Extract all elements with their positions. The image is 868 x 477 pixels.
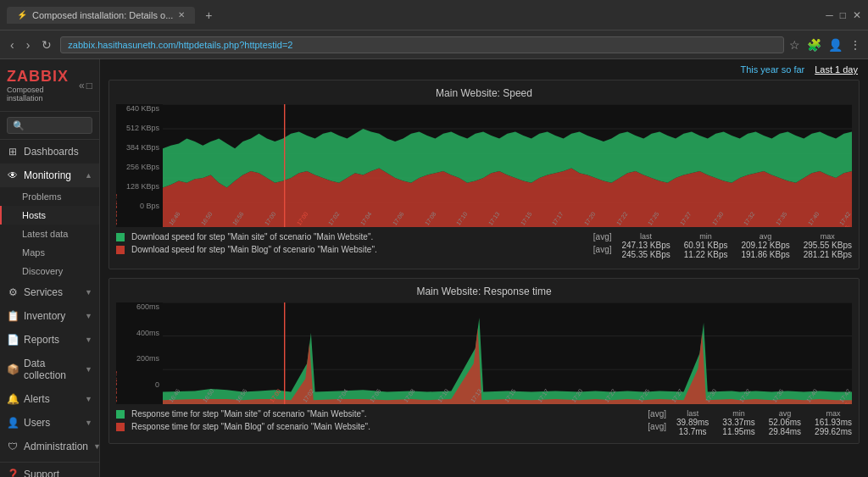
- speed-legend-label-2: Download speed for step "Main Blog" of s…: [131, 245, 587, 254]
- response-y-labels: 600ms 400ms 200ms 0: [116, 302, 163, 389]
- reload-button[interactable]: ↻: [38, 36, 55, 53]
- bookmark-icon[interactable]: ☆: [789, 38, 800, 52]
- chevron-down-icon: ▼: [85, 365, 92, 374]
- right-date: 05-29 17:42: [844, 225, 850, 227]
- tab-favicon: ⚡: [17, 10, 27, 19]
- sidebar-item-latest-data[interactable]: Latest data: [0, 225, 99, 243]
- sidebar-item-label: Data collection: [24, 358, 80, 381]
- resp-stat-header-max: max: [815, 409, 852, 418]
- chevron-down-icon: ▼: [93, 442, 100, 451]
- pin-sidebar-icon[interactable]: □: [86, 80, 92, 92]
- forward-button[interactable]: ›: [23, 36, 34, 53]
- speed-legend-color-1: [116, 233, 125, 241]
- sidebar-item-label: Support: [24, 469, 92, 477]
- search-input[interactable]: [7, 117, 92, 134]
- monitoring-icon: 👁: [7, 169, 19, 181]
- speed-min-1: 60.91 KBps: [684, 241, 728, 250]
- response-chart-area: 600ms 400ms 200ms 0: [116, 302, 852, 404]
- collapse-sidebar-icon[interactable]: «: [79, 80, 85, 92]
- nav-bar: ‹ › ↻ zabbix.hasithasuneth.com/httpdetai…: [0, 31, 868, 59]
- sidebar-item-alerts[interactable]: 🔔 Alerts ▼: [0, 387, 99, 411]
- dashboards-icon: ⊞: [7, 146, 19, 158]
- time-filters: This year so far Last 1 day: [100, 59, 868, 80]
- stat-header-avg: avg: [741, 232, 789, 241]
- url-bar[interactable]: zabbix.hasithasuneth.com/httpdetails.php…: [60, 36, 784, 53]
- menu-icon[interactable]: ⋮: [849, 38, 861, 52]
- close-window-icon[interactable]: ✕: [853, 9, 861, 21]
- response-chart-legend: Response time for step "Main site" of sc…: [116, 409, 852, 436]
- sidebar-item-inventory[interactable]: 📋 Inventory ▼: [0, 304, 99, 328]
- speed-max-2: 281.21 KBps: [804, 250, 852, 259]
- resp-max-2: 299.62ms: [815, 427, 852, 436]
- sidebar-item-services[interactable]: ⚙ Services ▼: [0, 280, 99, 304]
- sidebar-item-label: Administration: [24, 441, 88, 452]
- sidebar-logo: ZABBIX Composed installation « □: [0, 59, 99, 112]
- speed-chart-section: Main Website: Speed 640 KBps 512 KBps 38…: [108, 80, 860, 269]
- response-x-labels: 16:46 16:50 16:56 17:00 17:02 17:04 17:0…: [163, 389, 852, 404]
- sidebar-item-label: Reports: [24, 334, 80, 346]
- resp-min-1: 33.37ms: [722, 418, 754, 427]
- speed-last-2: 245.35 KBps: [621, 250, 670, 259]
- left-date-response: 05-29 16:46: [116, 371, 118, 402]
- response-legend-row-2: Response time for step "Main Blog" of sc…: [116, 422, 666, 431]
- chevron-down-icon: ▼: [85, 419, 92, 427]
- resp-last-1: 39.89ms: [676, 418, 709, 427]
- response-legend-color-1: [116, 410, 125, 419]
- profile-icon[interactable]: 👤: [828, 38, 843, 52]
- close-tab-icon[interactable]: ✕: [178, 10, 185, 19]
- sidebar-item-hosts[interactable]: Hosts: [0, 206, 99, 225]
- sidebar-item-dashboards[interactable]: ⊞ Dashboards: [0, 140, 99, 164]
- resp-last-2: 13.7ms: [676, 427, 709, 436]
- speed-avg-label-2: [avg]: [593, 245, 612, 254]
- sidebar-item-support[interactable]: ❓ Support: [0, 463, 99, 477]
- sidebar-item-data-collection[interactable]: 📦 Data collection ▼: [0, 352, 99, 387]
- browser-tab[interactable]: ⚡ Composed installation: Details o... ✕: [7, 7, 195, 24]
- sidebar-item-problems[interactable]: Problems: [0, 187, 99, 206]
- chevron-down-icon: ▼: [85, 395, 92, 403]
- speed-legend-color-2: [116, 246, 125, 254]
- sidebar-item-label: Inventory: [24, 310, 80, 322]
- sidebar-item-reports[interactable]: 📄 Reports ▼: [0, 328, 99, 352]
- response-avg-label-1: [avg]: [648, 409, 666, 419]
- speed-chart-area: 640 KBps 512 KBps 384 KBps 256 KBps 128 …: [116, 104, 852, 227]
- sidebar-item-monitoring[interactable]: 👁 Monitoring ▲: [0, 164, 99, 187]
- last-1-day-filter[interactable]: Last 1 day: [815, 64, 858, 75]
- resp-avg-2: 29.84ms: [769, 427, 801, 436]
- response-chart-section: Main Website: Response time 600ms 400ms …: [108, 278, 860, 444]
- extensions-icon[interactable]: 🧩: [807, 38, 821, 52]
- resp-stat-header-avg: avg: [769, 409, 801, 418]
- chevron-down-icon: ▼: [85, 336, 92, 344]
- stat-header-max: max: [804, 232, 852, 241]
- back-button[interactable]: ‹: [7, 36, 18, 53]
- administration-icon: 🛡: [7, 441, 19, 452]
- resp-avg-1: 52.06ms: [769, 418, 801, 427]
- resp-stat-header-min: min: [722, 409, 754, 418]
- speed-x-labels: 16:46 16:50 16:56 17:00 17:00 17:02 17:0…: [163, 212, 852, 227]
- speed-avg-1: 209.12 KBps: [741, 241, 789, 250]
- logo-text: ZABBIX: [7, 68, 75, 86]
- logo-subtitle: Composed installation: [7, 86, 75, 103]
- services-icon: ⚙: [7, 286, 19, 298]
- sidebar-item-administration[interactable]: 🛡 Administration ▼: [0, 435, 99, 458]
- this-year-filter[interactable]: This year so far: [740, 64, 804, 75]
- speed-legend-row-1: Download speed for step "Main site" of s…: [116, 232, 611, 241]
- resp-stat-header-last: last: [676, 409, 709, 418]
- speed-chart-title: Main Website: Speed: [116, 87, 852, 99]
- speed-legend-row-2: Download speed for step "Main Blog" of s…: [116, 245, 611, 254]
- maximize-icon[interactable]: □: [840, 9, 846, 21]
- add-tab-button[interactable]: +: [202, 8, 215, 22]
- right-date-response: 05-29 17:42: [844, 402, 850, 404]
- sidebar-item-users[interactable]: 👤 Users ▼: [0, 411, 99, 435]
- speed-avg-label-1: [avg]: [593, 232, 612, 241]
- sidebar-item-discovery[interactable]: Discovery: [0, 262, 99, 280]
- speed-min-2: 11.22 KBps: [684, 250, 728, 259]
- response-legend-label-2: Response time for step "Main Blog" of sc…: [131, 422, 641, 431]
- sidebar-item-label: Dashboards: [24, 146, 92, 158]
- speed-max-1: 295.55 KBps: [804, 241, 852, 250]
- minimize-icon[interactable]: ─: [826, 9, 833, 21]
- sidebar-search: [0, 112, 99, 140]
- resp-min-2: 11.95ms: [722, 427, 754, 436]
- sidebar-item-maps[interactable]: Maps: [0, 243, 99, 262]
- response-avg-label-2: [avg]: [648, 422, 666, 431]
- main-content: This year so far Last 1 day Main Website…: [100, 59, 868, 477]
